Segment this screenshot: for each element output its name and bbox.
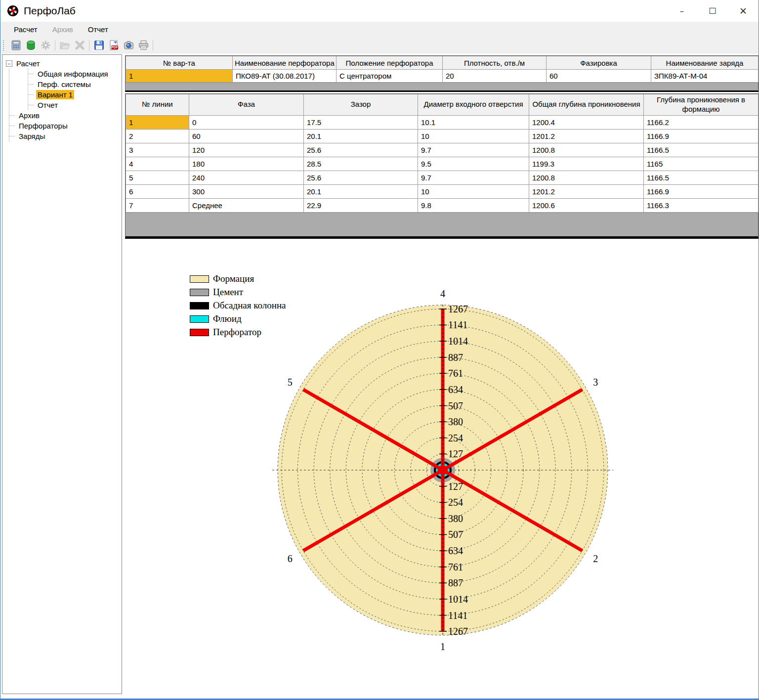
table-cell[interactable]: 1166.9 [644,129,759,143]
tree-item-variant-1[interactable]: Вариант 1 [28,89,120,100]
main-content: № вар-та Наименование перфоратора Положе… [124,53,759,699]
menu-arhiv[interactable]: Архив [45,22,81,38]
export-pdf-button[interactable]: PDF [106,39,121,52]
table-cell[interactable]: 9.7 [418,143,529,157]
table-cell[interactable]: 25.6 [304,143,418,157]
tree-item-raschet[interactable]: − Расчет [4,58,120,69]
tree-item-obshchaya-informatsiya[interactable]: Общая информация [28,69,120,79]
table-cell[interactable]: 1200.4 [529,115,644,129]
table-cell[interactable]: 180 [189,157,304,171]
radial-tick-label: 1267 [448,304,468,314]
column-header[interactable]: Наименование заряда [651,56,759,70]
column-header[interactable]: Диаметр входного отверстия [418,94,529,116]
database-button[interactable] [23,39,38,52]
table-cell[interactable]: 20.1 [304,184,418,198]
column-header[interactable]: Фаза [189,94,304,116]
collapse-icon[interactable]: − [6,60,12,67]
column-header[interactable]: Наименование перфоратора [233,56,337,70]
table-cell[interactable]: 10.1 [418,115,529,129]
table-cell[interactable]: 1201.2 [529,184,644,198]
table-cell[interactable]: 20 [443,70,547,83]
column-header[interactable]: Глубина проникновения в формацию [644,94,759,116]
table-cell[interactable]: 6 [126,184,189,198]
table-cell[interactable]: 0 [189,115,304,129]
table-cell[interactable]: 2 [126,129,189,143]
table-cell[interactable]: С центратором [337,70,443,83]
table-cell[interactable]: 1200.6 [529,198,644,212]
delete-button[interactable] [72,39,87,52]
tree-item-perf-sistemy[interactable]: Перф. системы [28,79,120,89]
ray-label-1: 1 [440,641,445,652]
column-header[interactable]: № вар-та [126,56,233,70]
table-row: 4 180 28.5 9.5 1199.3 1165 [126,157,759,171]
tree-item-zaryady[interactable]: Заряды [9,131,120,141]
table-cell[interactable]: 1166.3 [644,198,759,212]
table-cell[interactable]: 1166.5 [644,143,759,157]
navigation-tree: − Расчет Общая информация Перф. системы … [2,54,122,694]
table-cell[interactable]: 1166.2 [644,115,759,129]
column-header[interactable]: Положение перфоратора [337,56,443,70]
print-button[interactable] [136,39,151,52]
table-cell[interactable]: 1199.3 [529,157,644,171]
table-cell[interactable]: 120 [189,143,304,157]
table-cell[interactable]: ПКО89-АТ (30.08.2017) [233,70,337,83]
table-cell[interactable]: 1200.8 [529,143,644,157]
table-cell[interactable]: 1201.2 [529,129,644,143]
snapshot-button[interactable] [121,39,136,52]
tree-item-perforatory[interactable]: Перфораторы [9,121,120,131]
open-button[interactable] [57,39,72,52]
table-cell[interactable]: 1200.8 [529,171,644,184]
table-cell[interactable]: ЗПК89-АТ-М-04 [651,70,759,83]
table-cell[interactable]: 1166.9 [644,184,759,198]
close-button[interactable]: ✕ [728,0,759,22]
table-cell[interactable]: 9.7 [418,171,529,184]
table-cell[interactable]: 22.9 [304,198,418,212]
radial-tick-label: 254 [448,497,463,508]
save-icon [93,40,105,51]
table-cell[interactable]: 4 [126,157,189,171]
svg-text:PDF: PDF [111,45,118,49]
save-button[interactable] [91,39,106,52]
table-cell[interactable]: 240 [189,171,304,184]
maximize-button[interactable]: ☐ [697,0,728,22]
table-cell[interactable]: 60 [547,70,651,83]
column-header[interactable]: Общая глубина проникновения [529,94,644,116]
menu-raschet[interactable]: Расчет [6,22,45,38]
column-header[interactable]: № линии [126,94,189,116]
table-cell[interactable]: 5 [126,171,189,184]
menu-otchet[interactable]: Отчет [81,22,116,38]
column-header[interactable]: Плотность, отв./м [443,56,547,70]
tree-item-arhiv[interactable]: Архив [9,110,120,121]
toolbar-grip[interactable] [3,40,6,51]
tree-item-otchet[interactable]: Отчет [28,100,120,110]
column-header[interactable]: Зазор [304,94,418,116]
ray-label-3: 3 [593,377,598,388]
table-cell[interactable]: 9.8 [418,198,529,212]
table-cell[interactable]: 17.5 [304,115,418,129]
settings-button[interactable] [38,39,53,52]
table-cell[interactable]: 9.5 [418,157,529,171]
calculate-button[interactable] [8,39,23,52]
toolbar-separator [89,40,89,51]
table-cell[interactable]: 7 [126,198,189,212]
table-cell[interactable]: 3 [126,143,189,157]
table-cell[interactable]: 1166.5 [644,171,759,184]
selected-cell[interactable]: 1 [126,115,189,129]
polar-chart: 1271272542543803805075076346347617618878… [124,241,759,699]
minimize-button[interactable]: – [667,0,697,22]
column-header[interactable]: Фазировка [547,56,651,70]
calculator-icon [10,40,22,51]
table-cell[interactable]: 1165 [644,157,759,171]
table-cell[interactable]: 10 [418,129,529,143]
app-logo-icon [7,5,19,17]
table-cell[interactable]: 20.1 [304,129,418,143]
table-cell[interactable]: 25.6 [304,171,418,184]
selected-cell[interactable]: 1 [126,70,233,83]
table-cell[interactable]: 300 [189,184,304,198]
table-cell[interactable]: 10 [418,184,529,198]
table-cell[interactable]: 28.5 [304,157,418,171]
table-cell[interactable]: Среднее [189,198,304,212]
table-cell[interactable]: 60 [189,129,304,143]
radial-tick-label: 761 [448,562,463,572]
radial-tick-label: 507 [448,400,463,411]
